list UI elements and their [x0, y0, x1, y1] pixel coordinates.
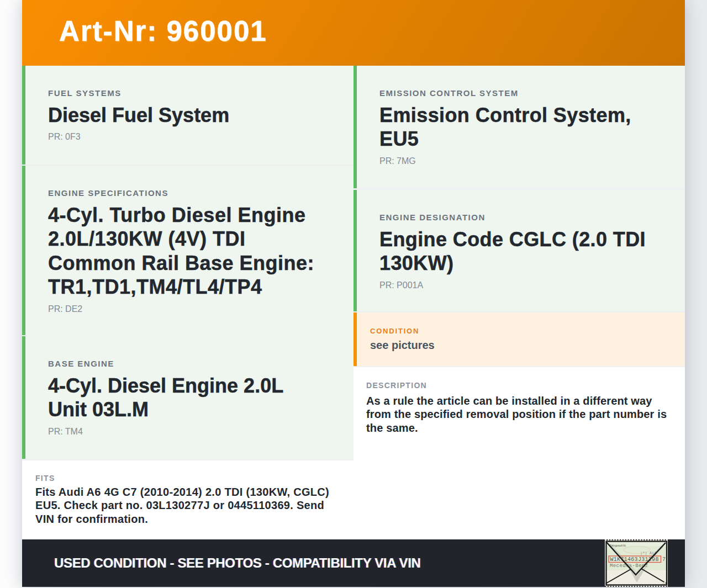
- svg-text:7: 7: [662, 557, 666, 563]
